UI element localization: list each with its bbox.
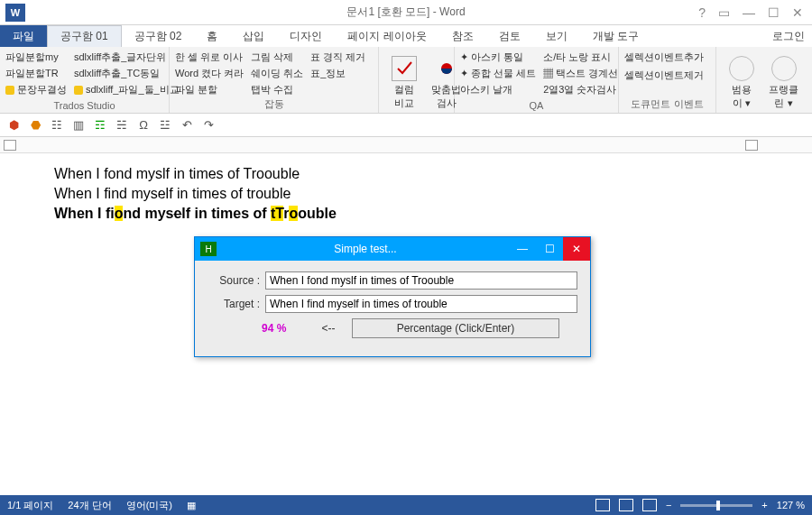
ribbon-group-label: Trados Studio [5, 100, 163, 113]
dialog-close-icon[interactable]: ✕ [563, 237, 590, 261]
general-button[interactable]: 범용 이 ▾ [722, 49, 761, 113]
column-compare-button[interactable]: 컬럼 비교 [384, 49, 424, 113]
tab-design[interactable]: 디자인 [277, 25, 335, 47]
target-label: Target : [208, 298, 260, 310]
ribbon-cmd[interactable]: Word 켰다 켜라 [175, 65, 244, 81]
horizontal-ruler[interactable] [0, 137, 812, 153]
ribbon-group-doc-events: 셀렉션이벤트추가 셀렉션이벤트제거 도큐먼트 이벤트 [619, 47, 716, 113]
zoom-slider[interactable] [680, 504, 752, 507]
franklin-button[interactable]: 프랭클 린 ▾ [761, 49, 806, 113]
dialog-body: Source : Target : 94 % <-- Percentage (C… [195, 261, 590, 356]
bold-icon[interactable]: ☵ [114, 117, 130, 133]
ribbon-group-label: QA [460, 100, 613, 113]
zoom-in-button[interactable]: + [761, 500, 767, 510]
login-link[interactable]: 로그인 [772, 25, 805, 47]
web-layout-icon[interactable] [642, 499, 657, 511]
ribbon-cmd[interactable]: 2열3열 숫자검사 [543, 81, 618, 97]
ribbon-cmd[interactable]: 파일분할my [5, 49, 67, 65]
source-label: Source : [208, 274, 260, 287]
right-indent-marker[interactable] [745, 140, 758, 151]
zoom-out-button[interactable]: − [666, 500, 671, 510]
undo-icon[interactable]: ↶ [179, 117, 195, 133]
tab-file[interactable]: 파일 [0, 25, 47, 47]
tab-selector[interactable] [4, 140, 16, 151]
ribbon-cmd[interactable]: sdlxliff_파일_둘_비교 [74, 81, 180, 97]
title-bar: W 문서1 [호환 모드] - Word ? ▭ — ☐ ✕ [0, 0, 812, 25]
table-icon[interactable]: ☷ [49, 117, 65, 133]
ribbon-cmd[interactable]: ▦ 택스트 경계선 [543, 65, 618, 81]
doc-line: When I fond myslf in times of Troouble [54, 164, 758, 184]
symbol-icon[interactable]: Ω [135, 117, 152, 133]
tab-toolbox-01[interactable]: 공구함 01 [47, 25, 122, 47]
stop-icon[interactable]: ⬢ [5, 117, 22, 133]
ribbon-cmd[interactable]: 그림 삭제 [251, 49, 303, 65]
ribbon-cmd[interactable]: ✦ 아스키 통일 [460, 49, 536, 65]
ribbon-group-trados: 파일분할my 파일분할TR 문장무결성 sdlxliff추출_글자단위 sdlx… [0, 47, 170, 113]
word-icon: W [5, 4, 25, 22]
zoom-level[interactable]: 127 % [777, 500, 805, 510]
ribbon-tabs: 파일 공구함 01 공구함 02 홈 삽입 디자인 페이지 레이아웃 참조 검토… [0, 25, 812, 47]
target-input[interactable] [265, 295, 577, 313]
doc-line-diff: When I fiond myself in times of tTrooubl… [54, 204, 758, 224]
ribbon-cmd[interactable]: 파일분할TR [5, 65, 67, 81]
tab-view[interactable]: 보기 [533, 25, 580, 47]
ribbon: 파일분할my 파일분할TR 문장무결성 sdlxliff추출_글자단위 sdlx… [0, 47, 812, 114]
ribbon-cmd[interactable]: 아스키 날개 [460, 81, 536, 97]
highlight-icon[interactable]: ☶ [92, 117, 108, 133]
ribbon-cmd[interactable]: 표 경직 제거 [310, 49, 365, 65]
eraser-icon[interactable]: ☳ [157, 117, 173, 133]
circle-icon [771, 56, 797, 81]
tab-review[interactable]: 검토 [486, 25, 533, 47]
ribbon-group-compare: 컬럼 비교 맞춤법 검사 [379, 47, 455, 113]
ribbon-cmd[interactable]: sdlxliff추출_글자단위 [74, 49, 180, 65]
dialog-maximize-icon[interactable]: ☐ [536, 237, 563, 261]
columns-icon[interactable]: ▥ [70, 117, 87, 133]
ribbon-cmd[interactable]: 한 셀 위로 이사 [175, 49, 244, 65]
tab-home[interactable]: 홈 [194, 25, 230, 47]
page-count[interactable]: 1/1 페이지 [7, 499, 53, 512]
word-count[interactable]: 24개 단어 [68, 499, 111, 512]
dialog-minimize-icon[interactable]: — [509, 237, 536, 261]
tab-insert[interactable]: 삽입 [230, 25, 277, 47]
ribbon-cmd[interactable]: 셀렉션이벤트제거 [624, 67, 710, 83]
ribbon-group-misc: 한 셀 위로 이사 Word 켰다 켜라 파일 분할 그림 삭제 쉐이딩 취소 … [170, 47, 379, 113]
ribbon-cmd[interactable]: ✦ 종합 선물 세트 [460, 65, 536, 81]
ribbon-group-label: 잡동 [175, 97, 373, 113]
tab-references[interactable]: 참조 [439, 25, 486, 47]
macro-icon[interactable]: ▦ [187, 500, 196, 511]
ribbon-group-qa: ✦ 아스키 통일 ✦ 종합 선물 세트 아스키 날개 소/타 노랑 표시 ▦ 택… [455, 47, 619, 113]
tab-toolbox-02[interactable]: 공구함 02 [122, 25, 195, 47]
source-input[interactable] [265, 271, 577, 290]
bullet-icon [74, 86, 83, 95]
document-page[interactable]: When I fond myslf in times of Troouble W… [0, 153, 812, 235]
print-layout-icon[interactable] [619, 499, 633, 511]
shield-icon[interactable]: ⬣ [27, 117, 43, 133]
maximize-icon[interactable]: ☐ [768, 5, 780, 20]
simple-test-dialog: H Simple test... — ☐ ✕ Source : Target :… [194, 236, 591, 357]
bullet-icon [5, 86, 14, 95]
close-icon[interactable]: ✕ [792, 5, 803, 20]
ribbon-cmd[interactable]: 셀렉션이벤트추가 [624, 49, 710, 65]
ribbon-cmd[interactable]: 파일 분할 [175, 81, 244, 97]
ribbon-group-label: 도큐먼트 이벤트 [624, 97, 710, 113]
redo-icon[interactable]: ↷ [200, 117, 217, 133]
ribbon-cmd[interactable]: 쉐이딩 취소 [251, 65, 303, 81]
dialog-titlebar[interactable]: H Simple test... — ☐ ✕ [195, 237, 590, 261]
help-icon[interactable]: ? [698, 5, 706, 20]
tab-developer[interactable]: 개발 도구 [580, 25, 651, 47]
ribbon-cmd[interactable]: 문장무결성 [5, 81, 67, 97]
minimize-icon[interactable]: — [743, 5, 755, 20]
window-title: 문서1 [호환 모드] - Word [346, 5, 465, 20]
percentage-value: 94 % [262, 322, 305, 335]
percentage-button[interactable]: Percentage (Click/Enter) [352, 318, 559, 338]
language-status[interactable]: 영어(미국) [126, 499, 172, 512]
checkbox-icon [392, 56, 417, 81]
dialog-title: Simple test... [222, 243, 509, 255]
ribbon-cmd[interactable]: 소/타 노랑 표시 [543, 49, 618, 65]
ribbon-cmd[interactable]: 탭박 수집 [251, 81, 303, 97]
tab-page-layout[interactable]: 페이지 레이아웃 [335, 25, 438, 47]
read-mode-icon[interactable] [595, 499, 610, 511]
ribbon-cmd[interactable]: sdlxliff추출_TC동일 [74, 65, 180, 81]
ribbon-display-icon[interactable]: ▭ [718, 5, 730, 20]
ribbon-cmd[interactable]: 표_정보 [310, 65, 365, 81]
